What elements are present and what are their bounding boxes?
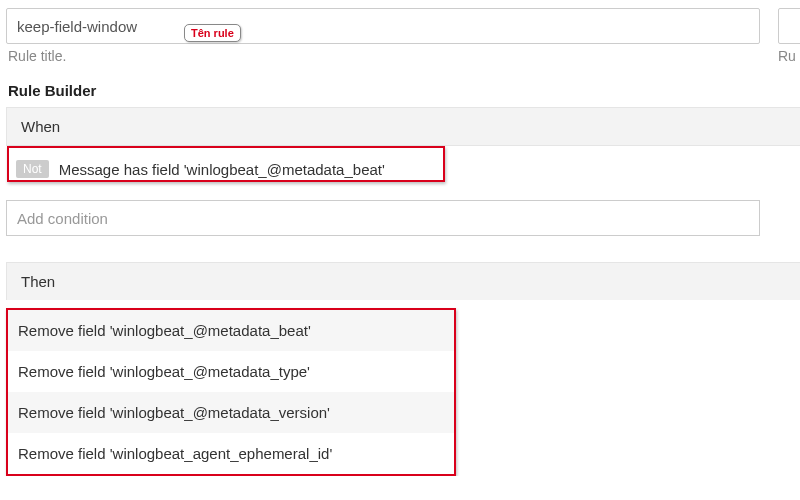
add-condition-placeholder: Add condition <box>17 210 108 227</box>
condition-row[interactable]: Not Message has field 'winlogbeat_@metad… <box>6 152 800 186</box>
action-row[interactable]: Remove field 'winlogbeat_@metadata_type' <box>8 351 454 392</box>
action-row[interactable]: Remove field 'winlogbeat_@metadata_beat' <box>8 310 454 351</box>
right-helper: Ru <box>778 48 800 64</box>
callout-label: Tên rule <box>184 24 241 42</box>
not-button[interactable]: Not <box>16 160 49 178</box>
rule-builder-title: Rule Builder <box>6 82 800 99</box>
when-header: When <box>7 108 800 145</box>
action-row[interactable]: Remove field 'winlogbeat_@metadata_versi… <box>8 392 454 433</box>
condition-text: Message has field 'winlogbeat_@metadata_… <box>59 161 385 178</box>
actions-highlight: Remove field 'winlogbeat_@metadata_beat'… <box>6 308 456 476</box>
add-condition-input[interactable]: Add condition <box>6 200 760 236</box>
action-row[interactable]: Remove field 'winlogbeat_agent_ephemeral… <box>8 433 454 474</box>
right-input[interactable] <box>778 8 800 44</box>
then-header: Then <box>6 262 800 300</box>
rule-title-value: keep-field-window <box>17 18 137 35</box>
rule-title-input[interactable]: keep-field-window <box>6 8 760 44</box>
rule-title-helper: Rule title. <box>6 48 760 64</box>
